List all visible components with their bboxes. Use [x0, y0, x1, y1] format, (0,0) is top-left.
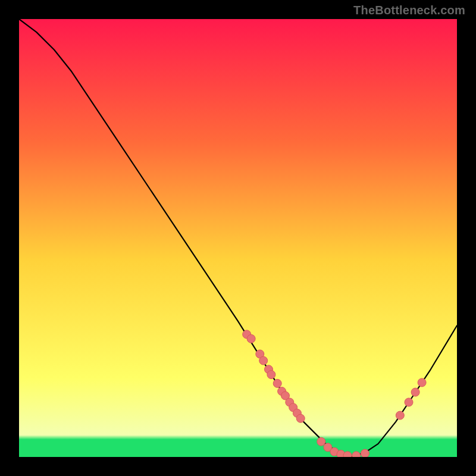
chart-frame: TheBottleneck.com: [0, 0, 476, 476]
data-dot: [352, 452, 361, 457]
data-dot: [418, 378, 426, 387]
data-dot: [259, 356, 268, 365]
data-dot: [317, 437, 325, 446]
gradient-background: [19, 19, 457, 457]
data-dot: [405, 398, 413, 406]
data-dot: [296, 414, 305, 422]
data-dot: [273, 379, 281, 387]
data-dot: [361, 449, 369, 457]
data-dot: [411, 388, 419, 396]
chart-svg: [19, 19, 457, 457]
data-dot: [396, 411, 404, 419]
watermark-text: TheBottleneck.com: [353, 4, 465, 17]
plot-area: [19, 19, 457, 457]
data-dot: [247, 334, 255, 343]
data-dot: [343, 452, 352, 457]
data-dot: [267, 371, 275, 379]
